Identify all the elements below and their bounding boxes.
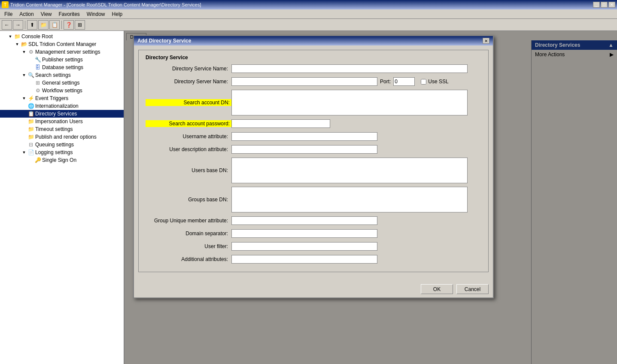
tree-label: Management server settings: [35, 49, 100, 55]
groups-base-dn-label: Groups base DN:: [146, 197, 231, 203]
tree-item-queuing[interactable]: ▶ ⊟ Queuing settings: [0, 141, 124, 149]
ssl-checkbox[interactable]: [421, 79, 426, 85]
tree-item-intl[interactable]: ▶ 🌐 Internationalization: [0, 102, 124, 110]
username-attr-input[interactable]: [231, 132, 377, 141]
additional-attrs-input[interactable]: [231, 255, 377, 264]
maximize-button[interactable]: □: [601, 2, 608, 8]
tree-item-timeout[interactable]: ▶ 📁 Timeout settings: [0, 125, 124, 133]
folder-button[interactable]: 📁: [38, 20, 49, 30]
modal-overlay: Add Directory Service ✕ Directory Servic…: [125, 31, 617, 364]
tree-label: Publisher settings: [42, 57, 83, 63]
tree-label: Workflow settings: [42, 88, 82, 94]
menu-file[interactable]: File: [1, 10, 16, 18]
tree-label: Publish and render options: [35, 134, 97, 140]
menu-favorites[interactable]: Favorites: [55, 10, 83, 18]
service-name-input[interactable]: [231, 64, 468, 73]
expand-icon[interactable]: ▼: [7, 33, 14, 40]
view-button[interactable]: ⊞: [75, 20, 85, 30]
group-title: Directory Service: [146, 55, 481, 61]
tree-label: Timeout settings: [35, 126, 73, 132]
server-name-label: Directory Server Name:: [146, 79, 231, 85]
menu-help[interactable]: Help: [109, 10, 126, 18]
domain-separator-row: Domain separator:: [146, 229, 481, 238]
tree-item-sso[interactable]: ▶ 🔑 Single Sign On: [0, 156, 124, 164]
minimize-button[interactable]: _: [593, 2, 600, 8]
group-unique-member-input[interactable]: [231, 216, 377, 225]
tree-item-console-root[interactable]: ▼ 📁 Console Root: [0, 33, 124, 40]
tree-item-events[interactable]: ▼ ⚡ Event Triggers: [0, 94, 124, 102]
publish-icon: 📁: [27, 133, 34, 140]
timeout-icon: 📁: [27, 126, 34, 133]
search-icon: 🔍: [27, 72, 34, 79]
search-pwd-input[interactable]: [231, 119, 330, 128]
globe-icon: 🌐: [27, 103, 34, 109]
right-panel: Dire... Directory Services ▲ More Action…: [125, 31, 617, 364]
domain-separator-input[interactable]: [231, 229, 377, 238]
tree-item-publish[interactable]: ▶ 📁 Publish and render options: [0, 133, 124, 141]
tree-label: Logging settings: [35, 149, 73, 155]
tree-item-logging[interactable]: ▼ 📄 Logging settings: [0, 149, 124, 156]
username-attr-row: Username attribute:: [146, 132, 481, 141]
groups-base-dn-textarea[interactable]: [231, 187, 468, 212]
tree-label: Internationalization: [35, 103, 79, 109]
menu-bar: File Action View Favorites Window Help: [0, 9, 617, 19]
menu-view[interactable]: View: [37, 10, 55, 18]
copy-button[interactable]: 📋: [49, 20, 60, 30]
up-button[interactable]: ⬆: [27, 20, 37, 30]
expand-icon[interactable]: ▼: [21, 95, 27, 102]
users-base-dn-textarea[interactable]: [231, 158, 468, 183]
main-layout: ▼ 📁 Console Root ▼ 📂 SDL Tridion Content…: [0, 31, 617, 364]
search-dn-textarea[interactable]: [231, 90, 468, 115]
tree-item-directory[interactable]: ▶ 📋 Directory Services: [0, 110, 124, 118]
ssl-checkbox-label: Use SSL: [421, 79, 448, 85]
dialog-title-bar: Add Directory Service ✕: [134, 36, 493, 46]
search-dn-label: Search account DN:: [146, 99, 231, 106]
additional-attrs-label: Additional attributes:: [146, 256, 231, 262]
expand-icon[interactable]: ▼: [21, 72, 27, 79]
tree-item-search[interactable]: ▼ 🔍 Search settings: [0, 71, 124, 79]
tree-item-sdl[interactable]: ▼ 📂 SDL Tridion Content Manager: [0, 40, 124, 48]
expand-icon[interactable]: ▼: [21, 49, 27, 55]
cancel-button[interactable]: Cancel: [456, 284, 489, 294]
workflow-icon: ⚙: [34, 87, 41, 94]
add-directory-service-dialog: Add Directory Service ✕ Directory Servic…: [133, 35, 494, 298]
db-icon: 🗄: [34, 64, 41, 71]
toolbar-separator-2: [61, 21, 62, 29]
expand-icon[interactable]: ▼: [14, 41, 21, 48]
menu-window[interactable]: Window: [83, 10, 109, 18]
tree-label: Database settings: [42, 64, 83, 70]
user-filter-row: User filter:: [146, 242, 481, 251]
tree-item-impersonation[interactable]: ▶ 📁 Impersonation Users: [0, 118, 124, 125]
logging-icon: 📄: [27, 149, 34, 156]
tree-item-general[interactable]: ▶ ⊞ General settings: [0, 79, 124, 87]
port-input[interactable]: [393, 77, 415, 86]
tree-item-publisher[interactable]: ▶ 🔧 Publisher settings: [0, 56, 124, 64]
back-button[interactable]: ←: [2, 20, 12, 30]
tree-label: Console Root: [21, 33, 53, 39]
tree-label: General settings: [42, 80, 79, 86]
tree-item-database[interactable]: ▶ 🗄 Database settings: [0, 64, 124, 71]
user-filter-input[interactable]: [231, 242, 377, 251]
forward-button[interactable]: →: [13, 20, 23, 30]
folder-blue-icon: 📂: [21, 41, 27, 48]
menu-action[interactable]: Action: [16, 10, 37, 18]
help-button[interactable]: ❓: [64, 20, 74, 30]
general-icon: ⊞: [34, 79, 41, 86]
user-desc-attr-input[interactable]: [231, 145, 377, 154]
tree-item-workflow[interactable]: ▶ ⚙ Workflow settings: [0, 87, 124, 94]
folder-icon: 📁: [14, 33, 21, 40]
impersonation-icon: 📁: [27, 118, 34, 125]
left-panel: ▼ 📁 Console Root ▼ 📂 SDL Tridion Content…: [0, 31, 125, 364]
tree-label: Directory Services: [35, 111, 77, 117]
tree-item-mgmt[interactable]: ▼ ⚙ Management server settings: [0, 48, 124, 56]
tree-label: Impersonation Users: [35, 118, 83, 124]
search-pwd-row: Search account password:: [146, 119, 481, 128]
dialog-content: Directory Service Directory Service Name…: [134, 46, 493, 281]
close-button[interactable]: ✕: [608, 2, 615, 8]
server-name-input[interactable]: [231, 77, 377, 86]
ok-button[interactable]: OK: [421, 284, 453, 294]
dialog-close-button[interactable]: ✕: [483, 38, 489, 44]
expand-icon[interactable]: ▼: [21, 149, 27, 156]
group-unique-member-row: Group Unique member attribute:: [146, 216, 481, 225]
tree-label: Event Triggers: [35, 95, 68, 101]
